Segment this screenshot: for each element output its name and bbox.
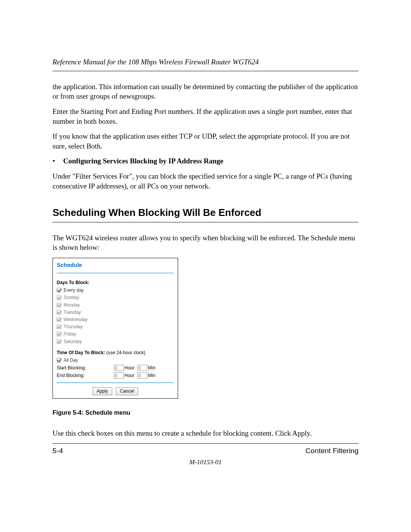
figure-caption: Figure 5-4: Schedule menu xyxy=(53,409,358,417)
checkbox-saturday[interactable] xyxy=(57,339,61,344)
checkbox-label: All Day xyxy=(64,357,78,363)
checkbox-thursday[interactable] xyxy=(57,324,61,329)
checkbox-sunday[interactable] xyxy=(57,296,61,300)
page-number: 5-4 xyxy=(53,446,63,456)
start-hour-input[interactable]: 0 xyxy=(114,365,124,371)
body-paragraph: If you know that the application uses ei… xyxy=(53,131,358,151)
section-rule xyxy=(53,222,358,222)
end-blocking-label: End Blocking: xyxy=(57,372,114,379)
day-row-thursday: Thursday xyxy=(57,324,174,330)
footer-row: 5-4 Content Filtering xyxy=(53,446,358,456)
start-blocking-row: Start Blocking: 0 Hour 0 Min xyxy=(57,365,174,371)
bullet-marker: • xyxy=(53,156,63,166)
schedule-panel-title: Schedule xyxy=(57,261,174,270)
bullet-item: • Configuring Services Blocking by IP Ad… xyxy=(53,156,358,166)
checkbox-label: Wednesday xyxy=(64,316,88,323)
checkbox-all-day[interactable] xyxy=(57,358,61,363)
day-row-wednesday: Wednesday xyxy=(57,316,174,323)
body-paragraph: The WGT624 wireless router allows you to… xyxy=(53,233,358,252)
checkbox-tuesday[interactable] xyxy=(57,310,61,315)
time-of-day-label: Time Of Day To Block: (use 24-hour clock… xyxy=(57,350,174,356)
time-note: (use 24-hour clock) xyxy=(105,350,145,355)
day-row-sunday: Sunday xyxy=(57,294,174,300)
footer-section-name: Content Filtering xyxy=(306,446,358,456)
document-page: Reference Manual for the 108 Mbps Wirele… xyxy=(0,0,411,532)
start-blocking-label: Start Blocking: xyxy=(57,365,114,371)
schedule-divider xyxy=(57,382,174,383)
checkbox-label: Thursday xyxy=(64,324,83,330)
running-header: Reference Manual for the 108 Mbps Wirele… xyxy=(53,57,358,67)
checkbox-friday[interactable] xyxy=(57,332,61,336)
cancel-button[interactable]: Cancel xyxy=(116,387,138,395)
hour-unit: Hour xyxy=(124,372,134,379)
checkbox-label: Saturday xyxy=(64,339,82,345)
footer-rule xyxy=(53,443,358,444)
day-row-friday: Friday xyxy=(57,331,174,337)
apply-button[interactable]: Apply xyxy=(92,387,112,395)
checkbox-everyday[interactable] xyxy=(57,288,61,292)
day-row-tuesday: Tuesday xyxy=(57,309,174,315)
end-min-input[interactable]: 0 xyxy=(137,372,147,379)
checkbox-monday[interactable] xyxy=(57,303,61,307)
checkbox-label: Friday xyxy=(64,331,76,337)
day-row-everyday: Every day xyxy=(57,287,174,293)
end-hour-input[interactable]: 0 xyxy=(114,372,124,379)
section-heading: Scheduling When Blocking Will Be Enforce… xyxy=(53,206,358,219)
body-paragraph: Enter the Starting Port and Ending Port … xyxy=(53,107,358,126)
body-paragraph: the application. This information can us… xyxy=(53,82,358,101)
schedule-screenshot: Schedule Days To Block: Every day Sunday… xyxy=(53,258,178,399)
footer-doc-id: M-10153-01 xyxy=(53,458,358,467)
day-row-monday: Monday xyxy=(57,302,174,308)
min-unit: Min xyxy=(148,372,155,379)
days-to-block-label: Days To Block: xyxy=(57,280,174,286)
body-paragraph: Use this check boxes on this menu to cre… xyxy=(53,428,358,438)
body-paragraph: Under "Filter Services For", you can blo… xyxy=(53,171,358,191)
all-day-row: All Day xyxy=(57,357,174,363)
checkbox-wednesday[interactable] xyxy=(57,317,61,322)
hour-unit: Hour xyxy=(124,365,134,371)
checkbox-label: Tuesday xyxy=(64,309,81,315)
end-blocking-row: End Blocking: 0 Hour 0 Min xyxy=(57,372,174,379)
checkbox-label: Sunday xyxy=(64,294,79,300)
min-unit: Min xyxy=(148,365,155,371)
schedule-divider xyxy=(57,273,174,273)
bullet-text: Configuring Services Blocking by IP Addr… xyxy=(63,156,223,166)
header-rule xyxy=(53,71,358,71)
start-min-input[interactable]: 0 xyxy=(137,365,147,371)
day-row-saturday: Saturday xyxy=(57,339,174,345)
schedule-button-row: Apply Cancel xyxy=(57,385,174,395)
checkbox-label: Every day xyxy=(64,287,84,293)
checkbox-label: Monday xyxy=(64,302,80,308)
